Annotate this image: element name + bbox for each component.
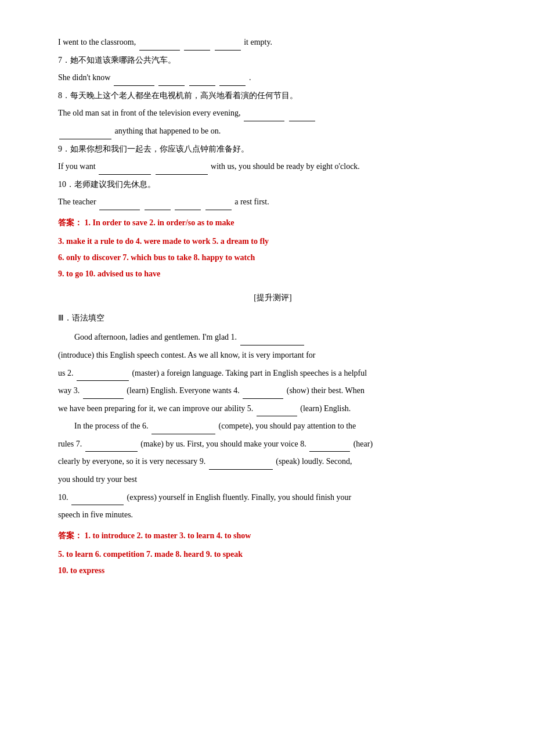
answer2-line3: 10. to express xyxy=(58,563,488,579)
grammar-para10: speech in five minutes. xyxy=(58,507,488,523)
blank-q9-2 xyxy=(156,174,208,175)
blank-q10-3 xyxy=(175,210,201,210)
q7-english: She didn't know . xyxy=(58,70,488,86)
section3-header: Ⅲ．语法填空 xyxy=(58,311,488,325)
blank-g5 xyxy=(257,416,297,416)
answer-line1: 1. In order to save 2. in order/so as to… xyxy=(85,218,234,227)
q10-chinese: 10．老师建议我们先休息。 xyxy=(58,177,488,193)
answer-section-2: 答案： 1. to introduce 2. to master 3. to l… xyxy=(58,528,488,544)
blank-g3 xyxy=(83,398,124,399)
blank-g6 xyxy=(151,434,215,434)
intro-end: it empty. xyxy=(244,38,272,46)
main-content: I went to the classroom, it empty. 7．她不知… xyxy=(58,35,488,579)
grammar-para5: In the process of the 6. (compete), you … xyxy=(58,419,488,434)
blank-q10-2 xyxy=(145,210,171,210)
grammar-para7: clearly by everyone, so it is very neces… xyxy=(58,454,488,470)
blank-q7-3 xyxy=(189,85,215,86)
grammar-para3: way 3. (learn) English. Everyone wants 4… xyxy=(58,383,488,399)
answer-section-1: 答案： 1. In order to save 2. in order/so a… xyxy=(58,215,488,231)
grammar-para6: rules 7. (make) by us. First, you should… xyxy=(58,437,488,452)
answer-label-2: 答案： xyxy=(58,531,82,540)
blank-q8-2 xyxy=(289,121,315,121)
q9-english: If you want with us, you should be ready… xyxy=(58,159,488,175)
grammar-para2: us 2. (master) a foreign language. Takin… xyxy=(58,366,488,381)
blank-q10-1 xyxy=(99,210,140,210)
answer-line2: 3. make it a rule to do 4. were made to … xyxy=(58,233,488,250)
blank-g2 xyxy=(77,380,129,381)
blank-2 xyxy=(184,50,210,51)
blank-g8 xyxy=(309,451,350,452)
grammar-para9: 10. (express) yourself in English fluent… xyxy=(58,490,488,506)
answer2-line1: 1. to introduce 2. to master 3. to learn… xyxy=(85,531,251,540)
blank-q10-4 xyxy=(205,210,232,210)
blank-g10 xyxy=(71,505,124,505)
blank-3 xyxy=(215,50,241,51)
blank-q7-1 xyxy=(114,85,154,86)
blank-q9-1 xyxy=(99,174,151,175)
q10-english: The teacher a rest first. xyxy=(58,195,488,210)
blank-g1 xyxy=(240,345,304,345)
blank-g4 xyxy=(243,398,283,399)
q8-chinese: 8．每天晚上这个老人都坐在电视机前，高兴地看着演的任何节目。 xyxy=(58,88,488,104)
intro-text: I went to the classroom, xyxy=(58,38,136,46)
answer2-line2: 5. to learn 6. competition 7. made 8. he… xyxy=(58,546,488,563)
answer-line4: 9. to go 10. advised us to have xyxy=(58,266,488,282)
section-title: [提升测评] xyxy=(58,290,488,305)
blank-g9 xyxy=(209,469,273,470)
blank-q7-4 xyxy=(219,85,246,86)
intro-line: I went to the classroom, it empty. xyxy=(58,35,488,51)
q9-chinese: 9．如果你想和我们一起去，你应该八点钟前准备好。 xyxy=(58,142,488,157)
grammar-para8: you should try your best xyxy=(58,472,488,488)
grammar-para4: we have been preparing for it, we can im… xyxy=(58,401,488,417)
grammar-para1: Good afternoon, ladies and gentlemen. I'… xyxy=(58,330,488,345)
blank-1 xyxy=(139,50,180,51)
q8-english-2: anything that happened to be on. xyxy=(58,124,488,139)
blank-q8-3 xyxy=(59,139,111,139)
answer-line3: 6. only to discover 7. which bus to take… xyxy=(58,250,488,266)
q7-chinese: 7．她不知道该乘哪路公共汽车。 xyxy=(58,53,488,69)
blank-q7-2 xyxy=(158,85,185,86)
q8-english-1: The old man sat in front of the televisi… xyxy=(58,106,488,121)
grammar-para1b: (introduce) this English speech contest.… xyxy=(58,348,488,363)
blank-q8-1 xyxy=(244,121,284,121)
answer-label-1: 答案： xyxy=(58,218,82,227)
blank-g7 xyxy=(85,451,138,452)
